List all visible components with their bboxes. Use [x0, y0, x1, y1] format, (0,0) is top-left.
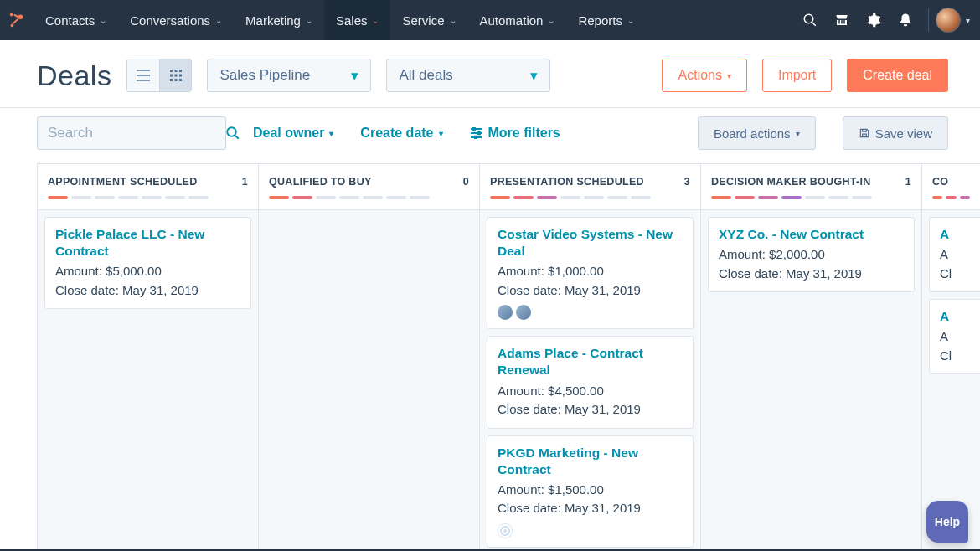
column-body[interactable]: Costar Video Systems - New DealAmount: $…	[480, 210, 700, 551]
actions-button[interactable]: Actions ▾	[662, 59, 746, 92]
deal-title[interactable]: Adams Place - Contract Renewal	[498, 345, 683, 378]
pipeline-column: QUALIFIED TO BUY0Total: $0	[259, 164, 480, 551]
association-avatar	[498, 305, 513, 320]
stage-progress	[711, 196, 911, 199]
deal-title[interactable]: Pickle Palace LLC - New Contract	[55, 226, 240, 260]
pipeline-select[interactable]: Sales Pipeline ▾	[207, 59, 371, 92]
chevron-down-icon: ⌄	[627, 16, 634, 25]
chevron-down-icon: ▾	[530, 67, 538, 85]
deal-close-date: Close date: May 31, 2019	[498, 499, 683, 518]
pipeline-column: APPOINTMENT SCHEDULED1Pickle Palace LLC …	[38, 164, 259, 551]
chevron-down-icon: ⌄	[372, 16, 379, 25]
deal-amount: A	[940, 245, 980, 265]
create-deal-button[interactable]: Create deal	[847, 59, 948, 92]
import-label: Import	[778, 68, 816, 83]
deal-card[interactable]: PKGD Marketing - New ContractAmount: $1,…	[487, 435, 694, 548]
nav-divider	[928, 8, 929, 32]
column-count: 1	[242, 176, 248, 188]
svg-point-3	[804, 14, 813, 23]
pipeline-column-partial: COAAClAACl	[922, 164, 980, 551]
more-filters-label: More filters	[488, 126, 560, 141]
avatar	[936, 8, 961, 33]
deal-title[interactable]: Costar Video Systems - New Deal	[498, 226, 683, 260]
deal-card[interactable]: AACl	[929, 299, 980, 374]
chevron-down-icon: ▾	[796, 129, 800, 138]
svg-rect-14	[174, 79, 177, 81]
stage-progress	[269, 196, 469, 199]
deal-amount: A	[940, 327, 980, 347]
sliders-icon	[470, 127, 483, 139]
save-view-button[interactable]: Save view	[843, 116, 948, 150]
deal-title[interactable]: PKGD Marketing - New Contract	[498, 445, 683, 478]
nav-item-label: Service	[402, 13, 444, 28]
deal-title[interactable]: A	[940, 308, 980, 325]
page-header: Deals Sales Pipeline ▾ All deals ▾ Actio…	[0, 40, 980, 107]
search-box[interactable]	[37, 116, 226, 150]
save-icon	[859, 127, 870, 139]
svg-point-18	[477, 132, 480, 135]
deal-card[interactable]: Pickle Palace LLC - New ContractAmount: …	[44, 217, 251, 309]
search-icon[interactable]	[794, 0, 826, 40]
column-body[interactable]	[259, 210, 479, 551]
nav-item-contacts[interactable]: Contacts⌄	[34, 0, 118, 40]
nav-item-label: Automation	[480, 13, 544, 28]
hubspot-logo-icon[interactable]	[0, 0, 34, 40]
svg-rect-9	[179, 70, 182, 72]
nav-item-sales[interactable]: Sales⌄	[324, 0, 391, 40]
pipeline-column: PRESENTATION SCHEDULED3Costar Video Syst…	[480, 164, 701, 551]
column-body[interactable]: Pickle Palace LLC - New ContractAmount: …	[38, 210, 258, 551]
board-actions-button[interactable]: Board actions ▾	[698, 116, 816, 150]
chevron-down-icon: ▾	[966, 16, 970, 25]
nav-item-service[interactable]: Service⌄	[390, 0, 467, 40]
deal-card[interactable]: XYZ Co. - New ContractAmount: $2,000.00C…	[708, 217, 915, 292]
column-body[interactable]: XYZ Co. - New ContractAmount: $2,000.00C…	[701, 210, 921, 551]
deal-owner-filter[interactable]: Deal owner ▾	[253, 126, 333, 141]
chevron-down-icon: ⌄	[215, 16, 222, 25]
bell-icon[interactable]	[890, 0, 921, 40]
list-view-button[interactable]	[127, 59, 159, 91]
more-filters-button[interactable]: More filters	[470, 126, 560, 141]
nav-item-reports[interactable]: Reports⌄	[566, 0, 646, 40]
nav-item-conversations[interactable]: Conversations⌄	[118, 0, 234, 40]
column-title: QUALIFIED TO BUY	[269, 176, 372, 188]
nav-item-automation[interactable]: Automation⌄	[468, 0, 567, 40]
stage-progress	[490, 196, 690, 199]
deal-card[interactable]: Costar Video Systems - New DealAmount: $…	[487, 217, 694, 329]
deal-title[interactable]: XYZ Co. - New Contract	[719, 226, 904, 243]
column-count: 3	[684, 176, 690, 188]
help-button[interactable]: Help	[926, 501, 968, 543]
chevron-down-icon: ⌄	[100, 16, 106, 25]
filter-bar: Deal owner ▾ Create date ▾ More filters …	[0, 108, 980, 163]
svg-rect-12	[179, 75, 182, 77]
column-body[interactable]: AAClAACl	[922, 210, 980, 551]
marketplace-icon[interactable]	[826, 0, 858, 40]
nav-item-label: Marketing	[245, 13, 301, 28]
deal-amount: Amount: $4,500.00	[498, 382, 683, 401]
create-date-filter[interactable]: Create date ▾	[360, 126, 442, 141]
deal-title[interactable]: A	[940, 226, 980, 243]
nav-item-label: Sales	[336, 13, 368, 28]
svg-point-1	[10, 13, 13, 17]
svg-rect-4	[137, 70, 150, 71]
svg-rect-8	[174, 70, 177, 72]
search-input[interactable]	[48, 125, 225, 142]
column-header: CO	[922, 164, 980, 210]
search-icon	[225, 126, 240, 141]
nav-item-marketing[interactable]: Marketing⌄	[234, 0, 324, 40]
column-title: APPOINTMENT SCHEDULED	[48, 176, 198, 188]
deal-card[interactable]: Adams Place - Contract RenewalAmount: $4…	[487, 336, 694, 428]
gear-icon[interactable]	[858, 0, 890, 40]
board-view-button[interactable]	[159, 59, 191, 91]
actions-label: Actions	[678, 68, 721, 83]
account-menu[interactable]: ▾	[936, 8, 970, 33]
svg-rect-7	[170, 70, 173, 72]
import-button[interactable]: Import	[762, 59, 832, 92]
deal-filter-select[interactable]: All deals ▾	[386, 59, 550, 92]
deal-card[interactable]: AACl	[929, 217, 980, 292]
top-nav: Contacts⌄Conversations⌄Marketing⌄Sales⌄S…	[0, 0, 980, 40]
deal-close-date: Cl	[940, 265, 980, 284]
chevron-down-icon: ⌄	[306, 16, 312, 25]
deal-close-date: Close date: May 31, 2019	[55, 281, 240, 301]
board-actions-label: Board actions	[714, 126, 791, 141]
nav-item-label: Reports	[578, 13, 622, 28]
